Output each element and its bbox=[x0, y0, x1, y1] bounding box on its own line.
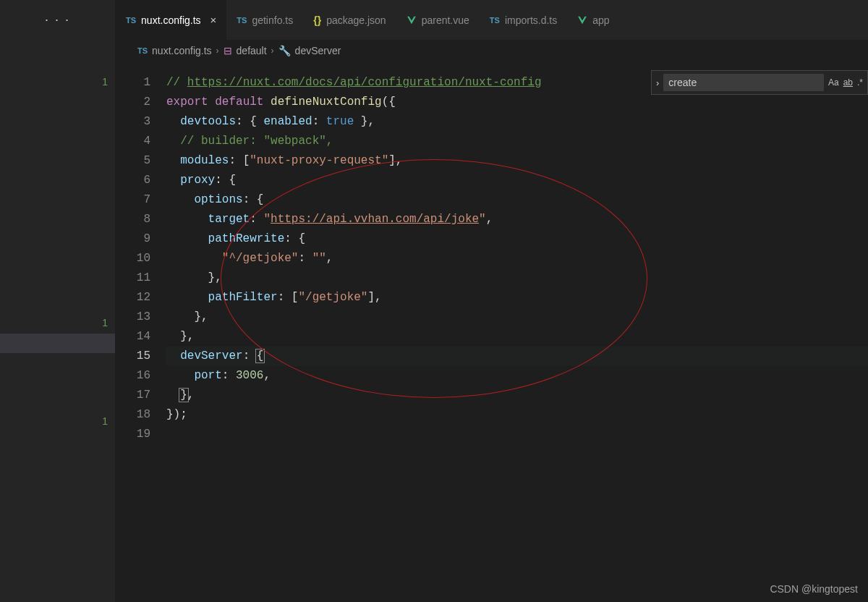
tab-label: nuxt.config.ts bbox=[141, 14, 201, 26]
diff-marker: 1 bbox=[102, 415, 108, 427]
match-case-toggle[interactable]: Aa bbox=[828, 77, 839, 88]
tab-package-json[interactable]: {} package.json bbox=[303, 0, 396, 40]
tab-app-vue[interactable]: app bbox=[567, 0, 619, 40]
breadcrumb-symbol: devServer bbox=[295, 45, 341, 56]
json-icon: {} bbox=[313, 14, 321, 26]
tab-bar: TS nuxt.config.ts × TS getinfo.ts {} pac… bbox=[116, 0, 868, 40]
tab-label: app bbox=[592, 14, 609, 26]
line-numbers: 12345 678910 1112131415 16171819 bbox=[116, 73, 166, 602]
tab-getinfo[interactable]: TS getinfo.ts bbox=[226, 0, 303, 40]
symbol-icon: ⊟ bbox=[224, 45, 232, 56]
find-widget[interactable]: › Aa ab .* bbox=[651, 70, 868, 95]
regex-toggle[interactable]: .* bbox=[857, 77, 863, 88]
tab-imports-dts[interactable]: TS imports.d.ts bbox=[480, 0, 567, 40]
tab-label: imports.d.ts bbox=[505, 14, 557, 26]
breadcrumb-file: nuxt.config.ts bbox=[152, 45, 212, 56]
sidebar-content: 1 1 1 bbox=[0, 40, 115, 602]
code-content[interactable]: // https://nuxt.com/docs/api/configurati… bbox=[166, 73, 868, 602]
diff-marker: 1 bbox=[102, 317, 108, 328]
vue-icon bbox=[577, 15, 587, 25]
typescript-icon: TS bbox=[137, 46, 148, 55]
typescript-icon: TS bbox=[237, 16, 247, 25]
watermark: CSDN @kingtopest bbox=[770, 583, 858, 595]
chevron-right-icon: › bbox=[271, 46, 274, 56]
chevron-right-icon: › bbox=[216, 46, 219, 56]
breadcrumb-symbol: default bbox=[237, 45, 267, 56]
sidebar-menu-button[interactable]: · · · bbox=[0, 0, 115, 40]
diff-marker: 1 bbox=[102, 76, 108, 88]
close-icon[interactable]: × bbox=[210, 14, 217, 26]
chevron-right-icon[interactable]: › bbox=[656, 77, 659, 88]
tab-label: package.json bbox=[326, 14, 386, 26]
whole-word-toggle[interactable]: ab bbox=[843, 77, 853, 88]
typescript-icon: TS bbox=[490, 16, 500, 25]
find-input[interactable] bbox=[663, 74, 824, 91]
tab-parent-vue[interactable]: parent.vue bbox=[396, 0, 480, 40]
wrench-icon: 🔧 bbox=[278, 45, 291, 56]
tab-nuxt-config[interactable]: TS nuxt.config.ts × bbox=[116, 0, 226, 40]
sidebar-selection bbox=[0, 334, 115, 353]
tab-label: parent.vue bbox=[422, 14, 469, 26]
typescript-icon: TS bbox=[126, 16, 136, 25]
code-editor[interactable]: 12345 678910 1112131415 16171819 // http… bbox=[116, 62, 868, 602]
main-area: TS nuxt.config.ts × TS getinfo.ts {} pac… bbox=[116, 0, 868, 602]
tab-label: getinfo.ts bbox=[252, 14, 293, 26]
vue-icon bbox=[407, 15, 417, 25]
sidebar: · · · 1 1 1 bbox=[0, 0, 116, 602]
breadcrumb[interactable]: TS nuxt.config.ts › ⊟ default › 🔧 devSer… bbox=[116, 40, 868, 62]
ellipsis-icon: · · · bbox=[45, 12, 70, 27]
